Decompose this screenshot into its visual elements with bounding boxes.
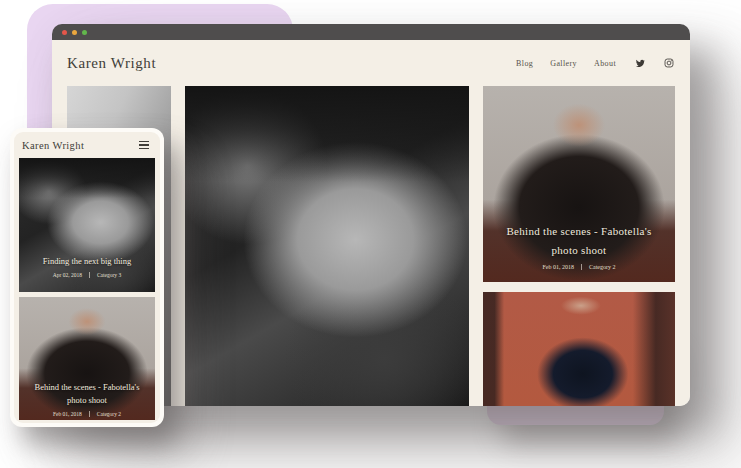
- post-title[interactable]: Behind the scenes - Fabotella's photo sh…: [497, 222, 661, 261]
- meta-separator: [581, 264, 582, 270]
- mobile-post-title[interactable]: Behind the scenes - Fabotella's photo sh…: [27, 381, 147, 408]
- right-column: Behind the scenes - Fabotella's photo sh…: [483, 86, 675, 406]
- mobile-post-category[interactable]: Category 2: [97, 411, 121, 417]
- mobile-post-category[interactable]: Category 3: [97, 272, 121, 278]
- desktop-site-header: Karen Wright Blog Gallery About: [52, 40, 690, 86]
- post-date: Feb 01, 2018: [543, 264, 575, 270]
- mobile-post-card-behind-the-scenes[interactable]: Behind the scenes - Fabotella's photo sh…: [19, 297, 155, 420]
- post-meta: Feb 01, 2018 Category 2: [497, 264, 661, 270]
- mobile-site-header: Karen Wright: [14, 132, 160, 158]
- mobile-post-meta: Apr 02, 2018 Category 3: [25, 272, 149, 278]
- phone-screen: Karen Wright Finding the next big thing …: [14, 132, 160, 423]
- hamburger-menu-icon[interactable]: [137, 139, 151, 151]
- featured-portrait-photo: [185, 86, 469, 406]
- browser-titlebar: [52, 24, 690, 40]
- minimize-window-icon[interactable]: [72, 30, 77, 35]
- nav-item-blog[interactable]: Blog: [516, 59, 533, 68]
- site-logo[interactable]: Karen Wright: [67, 55, 156, 72]
- twitter-icon[interactable]: [635, 58, 645, 68]
- post-category[interactable]: Category 2: [589, 264, 616, 270]
- mobile-post-meta: Feb 01, 2018 Category 2: [27, 411, 147, 417]
- post-caption: Behind the scenes - Fabotella's photo sh…: [483, 222, 675, 271]
- mobile-post-caption: Behind the scenes - Fabotella's photo sh…: [19, 381, 155, 417]
- instagram-icon[interactable]: [664, 58, 674, 68]
- mobile-post-caption: Finding the next big thing Apr 02, 2018 …: [19, 255, 155, 278]
- nav-item-about[interactable]: About: [594, 59, 616, 68]
- nav-item-gallery[interactable]: Gallery: [550, 59, 577, 68]
- canvas: Karen Wright Blog Gallery About: [0, 0, 741, 468]
- red-dress-photo: [483, 292, 675, 406]
- mobile-post-title[interactable]: Finding the next big thing: [25, 255, 149, 269]
- mobile-post-card-finding[interactable]: Finding the next big thing Apr 02, 2018 …: [19, 158, 155, 292]
- post-card-behind-the-scenes[interactable]: Behind the scenes - Fabotella's photo sh…: [483, 86, 675, 282]
- mobile-post-date: Feb 01, 2018: [53, 411, 82, 417]
- mobile-post-date: Apr 02, 2018: [53, 272, 82, 278]
- mobile-site-logo[interactable]: Karen Wright: [22, 140, 84, 151]
- desktop-nav: Blog Gallery About: [516, 58, 674, 68]
- meta-separator: [89, 272, 90, 278]
- phone-mockup: Karen Wright Finding the next big thing …: [10, 128, 164, 427]
- meta-separator: [89, 411, 90, 417]
- zoom-window-icon[interactable]: [82, 30, 87, 35]
- post-card-featured[interactable]: [185, 86, 469, 406]
- mobile-post-list: Finding the next big thing Apr 02, 2018 …: [14, 158, 160, 420]
- close-window-icon[interactable]: [62, 30, 67, 35]
- post-card-red-dress[interactable]: [483, 292, 675, 406]
